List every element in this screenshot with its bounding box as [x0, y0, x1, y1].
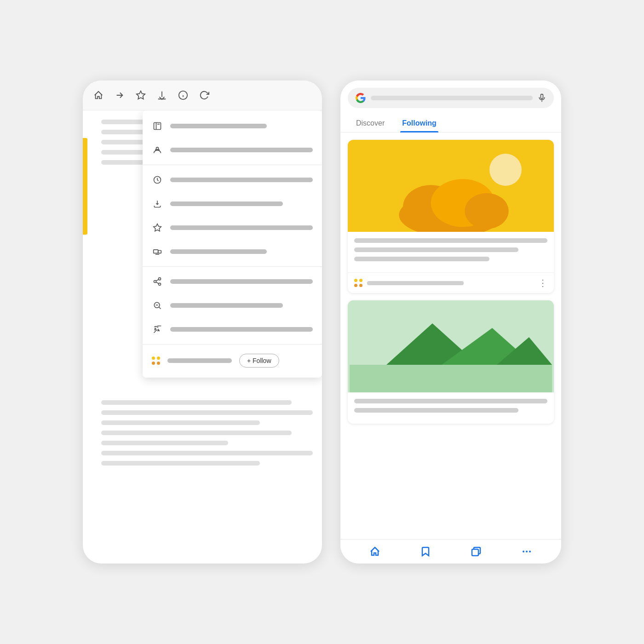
- card-landscape: [348, 300, 554, 424]
- nav-home-icon[interactable]: [369, 546, 380, 557]
- card-line: [354, 257, 489, 261]
- tab-following[interactable]: Following: [400, 115, 438, 132]
- menu-item-incognito[interactable]: [143, 138, 322, 162]
- svg-point-29: [465, 193, 508, 229]
- dot: [359, 279, 362, 282]
- menu-item-find[interactable]: [143, 293, 322, 317]
- card-image-landscape: [348, 300, 554, 392]
- menu-divider: [143, 344, 322, 345]
- menu-item-translate[interactable]: [143, 317, 322, 341]
- card-image-weather: [348, 140, 554, 232]
- follow-button[interactable]: + Follow: [239, 354, 279, 368]
- new-tab-icon: [152, 121, 163, 132]
- menu-item-devices[interactable]: [143, 240, 322, 264]
- search-input[interactable]: [371, 96, 533, 100]
- menu-item-label: [170, 148, 313, 152]
- refresh-icon[interactable]: [198, 89, 211, 102]
- menu-divider: [143, 165, 322, 165]
- dropdown-menu: + Follow: [143, 110, 322, 378]
- dot: [359, 284, 362, 287]
- bottom-nav: [340, 539, 561, 564]
- content-line: [101, 451, 313, 455]
- menu-item-label: [170, 249, 267, 254]
- content-line: [101, 410, 313, 415]
- mountain-illustration: [348, 300, 554, 392]
- svg-line-22: [159, 307, 161, 309]
- svg-point-9: [159, 150, 160, 150]
- menu-item-label: [170, 124, 267, 128]
- card-line: [354, 238, 547, 243]
- tabs-container: Discover Following: [340, 108, 561, 132]
- content-line: [101, 400, 292, 405]
- bookmark-bar: [83, 138, 87, 235]
- svg-rect-31: [350, 365, 552, 392]
- card-line: [354, 247, 518, 252]
- card-body: [348, 232, 554, 272]
- right-phone: Discover Following: [340, 80, 561, 564]
- mic-icon[interactable]: [537, 93, 546, 103]
- menu-item-downloads[interactable]: [143, 192, 322, 216]
- svg-point-17: [154, 281, 156, 283]
- download-icon[interactable]: [155, 89, 168, 102]
- svg-rect-14: [158, 251, 161, 253]
- menu-item-bookmarks[interactable]: [143, 216, 322, 240]
- nav-more-icon[interactable]: [521, 546, 532, 557]
- tab-discover[interactable]: Discover: [354, 115, 386, 132]
- svg-rect-23: [156, 305, 158, 305]
- dot: [354, 284, 357, 287]
- menu-item-label: [170, 201, 283, 206]
- google-logo: [355, 92, 366, 104]
- svg-point-8: [155, 150, 156, 150]
- app-dots-icon: [152, 356, 160, 365]
- home-icon[interactable]: [92, 89, 105, 102]
- content-line: [101, 461, 260, 466]
- content-line: [101, 420, 260, 425]
- sun-illustration: [489, 154, 522, 186]
- search-bar[interactable]: [348, 88, 554, 108]
- dot: [354, 279, 357, 282]
- nav-tabs-icon[interactable]: [471, 546, 482, 557]
- incognito-icon: [152, 144, 163, 155]
- dot: [152, 362, 155, 365]
- svg-rect-13: [154, 250, 158, 253]
- menu-item-history[interactable]: [143, 168, 322, 192]
- menu-item-follow[interactable]: + Follow: [143, 347, 322, 374]
- search-bar-container: [340, 80, 561, 108]
- menu-item-label: [170, 225, 313, 230]
- menu-item-label: [167, 358, 232, 363]
- devices-icon: [152, 246, 163, 257]
- svg-point-18: [159, 283, 161, 285]
- downloads-icon: [152, 198, 163, 209]
- info-icon[interactable]: [177, 89, 190, 102]
- svg-marker-12: [154, 224, 161, 231]
- nav-bookmarks-icon[interactable]: [420, 546, 431, 557]
- svg-point-36: [523, 551, 524, 552]
- page-content: + Follow: [87, 110, 322, 564]
- find-icon: [152, 300, 163, 311]
- svg-line-19: [156, 282, 159, 283]
- svg-point-16: [159, 278, 161, 280]
- forward-icon[interactable]: [113, 89, 126, 102]
- svg-marker-0: [137, 91, 145, 99]
- card-weather: ⋮: [348, 140, 554, 293]
- browser-toolbar: [83, 80, 322, 110]
- menu-item-label: [170, 303, 283, 308]
- menu-item-label: [170, 178, 313, 182]
- card-footer: ⋮: [348, 272, 554, 293]
- translate-icon: [152, 324, 163, 335]
- content-line: [101, 431, 292, 435]
- bookmarks-icon: [152, 222, 163, 233]
- svg-rect-35: [472, 549, 478, 556]
- menu-item-new-tab[interactable]: [143, 114, 322, 138]
- svg-point-38: [529, 551, 531, 552]
- card-line: [354, 408, 518, 413]
- dot: [157, 356, 160, 360]
- more-options-button[interactable]: ⋮: [538, 277, 547, 288]
- menu-item-share[interactable]: [143, 270, 322, 293]
- menu-item-label: [170, 279, 313, 284]
- source-icon: [354, 279, 362, 287]
- svg-line-20: [156, 279, 159, 281]
- svg-point-7: [156, 147, 159, 150]
- card-footer-label: [367, 281, 464, 285]
- bookmark-icon[interactable]: [134, 89, 147, 102]
